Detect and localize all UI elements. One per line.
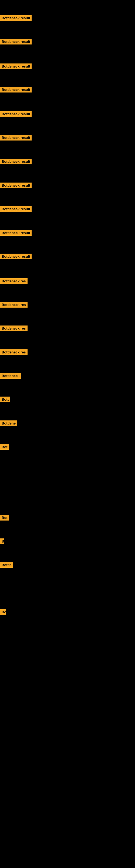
site-title: [0, 1, 135, 3]
bottleneck-result-label: Bo: [0, 609, 6, 615]
bottleneck-result-label: Bot: [0, 515, 9, 521]
bottleneck-result-label: Bottleneck result: [0, 111, 32, 117]
bottleneck-result-label: Bottleneck result: [0, 87, 32, 93]
bottleneck-result-label: Bot: [0, 444, 9, 450]
bottleneck-result-label: Bottleneck res: [0, 278, 28, 284]
bottleneck-result-label: Bott: [0, 397, 10, 402]
indicator-line: [1, 822, 1, 830]
bottleneck-result-label: Bottleneck res: [0, 326, 28, 331]
bottleneck-result-label: Bottleneck result: [0, 63, 32, 69]
bottleneck-result-label: Bottleneck res: [0, 349, 28, 355]
bottleneck-result-label: Bottleneck result: [0, 135, 32, 141]
bottleneck-result-label: Bottleneck res: [0, 302, 28, 308]
bottleneck-result-label: Bottleneck: [0, 373, 21, 379]
bottleneck-result-label: Bottle: [0, 562, 13, 568]
bottleneck-result-label: Bottleneck result: [0, 15, 32, 21]
bottleneck-result-label: B: [0, 538, 4, 544]
bottleneck-result-label: Bottleneck result: [0, 206, 32, 212]
bottleneck-result-label: Bottleneck result: [0, 230, 32, 236]
bottleneck-result-label: Bottlene: [0, 421, 17, 426]
bottleneck-result-label: Bottleneck result: [0, 39, 32, 44]
indicator-line: [1, 845, 1, 854]
bottleneck-result-label: Bottleneck result: [0, 159, 32, 164]
bottleneck-result-label: Bottleneck result: [0, 254, 32, 259]
bottleneck-result-label: Bottleneck result: [0, 183, 32, 188]
